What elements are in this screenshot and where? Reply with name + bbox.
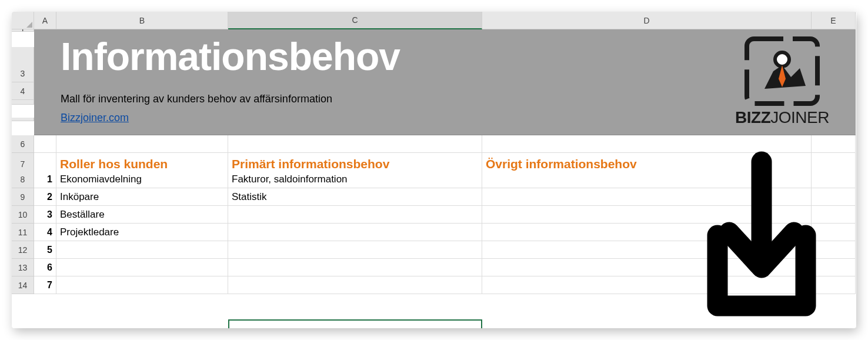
row-header-13[interactable]: 13 xyxy=(12,259,34,276)
svg-point-1 xyxy=(775,52,789,66)
cell-b12[interactable] xyxy=(56,241,228,259)
cell-c14[interactable] xyxy=(228,276,482,294)
cell-b10[interactable]: Beställare xyxy=(56,206,228,224)
row-header-5b-hidden[interactable] xyxy=(12,118,34,121)
col-header-a[interactable]: A xyxy=(34,12,56,29)
page-title: Informationsbehov xyxy=(61,34,400,79)
banner: Informationsbehov Mall för inventering a… xyxy=(34,29,856,135)
select-all-cell[interactable] xyxy=(12,12,34,29)
cell-a8[interactable]: 1 xyxy=(34,171,56,188)
logo-text: BIZZJOINER xyxy=(735,108,829,127)
cell-c9[interactable]: Statistik xyxy=(228,188,482,206)
row-header-14[interactable]: 14 xyxy=(12,276,34,294)
cell-c13[interactable] xyxy=(228,259,482,276)
col-header-c[interactable]: C xyxy=(228,12,482,29)
cell-a10[interactable]: 3 xyxy=(34,206,56,224)
download-icon[interactable] xyxy=(688,147,835,324)
row-header-10[interactable]: 10 xyxy=(12,206,34,224)
row-header-5-hidden[interactable] xyxy=(12,100,34,105)
row-header-3[interactable]: 3 xyxy=(12,65,34,82)
cell-b8[interactable]: Ekonomiavdelning xyxy=(56,171,228,188)
cell-c12[interactable] xyxy=(228,241,482,259)
spreadsheet-frame: A B C D E 1 Informationsbehov Mall för i… xyxy=(12,12,856,328)
cell-b9[interactable]: Inköpare xyxy=(56,188,228,206)
cell-a14[interactable]: 7 xyxy=(34,276,56,294)
cell-c11[interactable] xyxy=(228,224,482,241)
row-header-12[interactable]: 12 xyxy=(12,241,34,259)
cell-c6[interactable] xyxy=(228,135,482,153)
page-subtitle: Mall för inventering av kunders behov av… xyxy=(61,93,332,105)
col-header-b[interactable]: B xyxy=(56,12,228,29)
brand-logo: BIZZJOINER xyxy=(715,33,850,130)
cell-a13[interactable]: 6 xyxy=(34,259,56,276)
cell-b11[interactable]: Projektledare xyxy=(56,224,228,241)
cell-a9[interactable]: 2 xyxy=(34,188,56,206)
logo-image xyxy=(741,33,823,109)
cell-a6[interactable] xyxy=(34,135,56,153)
row-header-9[interactable]: 9 xyxy=(12,188,34,206)
row-header-1[interactable]: 1 xyxy=(12,29,34,32)
cell-a12[interactable]: 5 xyxy=(34,241,56,259)
website-link[interactable]: Bizzjoiner.com xyxy=(61,112,129,124)
cell-c8[interactable]: Fakturor, saldoinformation xyxy=(228,171,482,188)
cell-c10[interactable] xyxy=(228,206,482,224)
col-header-d[interactable]: D xyxy=(482,12,812,29)
row-header-11[interactable]: 11 xyxy=(12,224,34,241)
row-header-6[interactable]: 6 xyxy=(12,135,34,153)
cell-b13[interactable] xyxy=(56,259,228,276)
row-header-4[interactable]: 4 xyxy=(12,82,34,100)
cell-b14[interactable] xyxy=(56,276,228,294)
col-header-e[interactable]: E xyxy=(812,12,856,29)
cell-b6[interactable] xyxy=(56,135,228,153)
row-header-8[interactable]: 8 xyxy=(12,171,34,188)
cell-a11[interactable]: 4 xyxy=(34,224,56,241)
